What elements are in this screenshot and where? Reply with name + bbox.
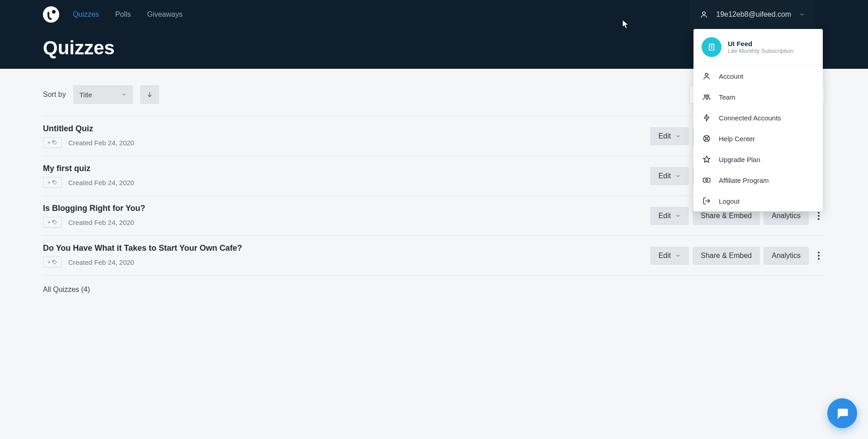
user-menu-trigger[interactable]: 19e12eb8@uifeed.com — [689, 0, 816, 29]
bolt-icon — [703, 114, 711, 122]
user-email: 19e12eb8@uifeed.com — [716, 10, 791, 19]
menu-item-help[interactable]: Help Center — [693, 128, 823, 149]
menu-item-label: Account — [719, 72, 743, 80]
tag-icon — [52, 259, 57, 265]
add-tag-button[interactable]: + — [43, 257, 62, 267]
add-tag-button[interactable]: + — [43, 137, 62, 148]
button-label: Edit — [658, 212, 671, 220]
header: Quizzes Polls Giveaways 19e12eb8@uifeed.… — [0, 0, 868, 69]
analytics-button[interactable]: Analytics — [764, 247, 809, 265]
dots-vertical-icon — [818, 212, 820, 220]
quiz-created: Created Feb 24, 2020 — [68, 258, 134, 266]
chevron-down-icon — [121, 92, 127, 97]
svg-line-12 — [704, 136, 706, 138]
chat-icon — [835, 406, 849, 420]
svg-rect-17 — [703, 178, 710, 182]
tag-icon — [52, 140, 57, 145]
tag-icon — [52, 220, 57, 225]
edit-button[interactable]: Edit — [650, 207, 689, 225]
svg-point-11 — [706, 138, 708, 140]
money-icon — [703, 176, 711, 184]
arrow-down-icon — [146, 91, 153, 98]
svg-point-32 — [818, 218, 820, 220]
menu-item-team[interactable]: Team — [693, 86, 823, 107]
svg-point-8 — [704, 95, 707, 97]
menu-item-affiliate[interactable]: Affiliate Program — [693, 170, 823, 191]
svg-point-7 — [705, 73, 708, 76]
quiz-title[interactable]: Do You Have What it Takes to Start Your … — [43, 243, 242, 253]
svg-point-2 — [703, 12, 705, 14]
button-label: Analytics — [772, 212, 801, 220]
nav-polls[interactable]: Polls — [115, 10, 131, 19]
menu-item-label: Help Center — [719, 135, 755, 143]
org-avatar — [702, 37, 722, 57]
menu-item-label: Team — [719, 93, 736, 101]
svg-point-18 — [706, 179, 708, 181]
edit-button[interactable]: Edit — [650, 167, 689, 185]
svg-point-34 — [818, 252, 820, 253]
svg-point-36 — [818, 258, 820, 260]
lifebuoy-icon — [703, 134, 711, 143]
org-name: UI Feed — [728, 40, 793, 48]
button-label: Share & Embed — [701, 252, 752, 260]
quiz-created: Created Feb 24, 2020 — [68, 179, 134, 186]
button-label: Edit — [658, 132, 671, 140]
plus-icon: + — [47, 180, 50, 185]
menu-item-connected[interactable]: Connected Accounts — [693, 107, 823, 128]
svg-point-9 — [707, 95, 709, 97]
quiz-title[interactable]: Untitled Quiz — [43, 124, 134, 134]
dots-vertical-icon — [818, 252, 820, 260]
menu-item-upgrade[interactable]: Upgrade Plan — [693, 149, 823, 170]
team-icon — [703, 93, 711, 101]
plus-icon: + — [47, 220, 50, 225]
plus-icon: + — [47, 140, 50, 145]
edit-button[interactable]: Edit — [650, 127, 689, 145]
quiz-title[interactable]: Is Blogging Right for You? — [43, 204, 145, 213]
share-button[interactable]: Share & Embed — [693, 247, 760, 265]
chevron-down-icon — [675, 173, 681, 179]
quiz-created: Created Feb 24, 2020 — [68, 139, 134, 147]
chevron-down-icon — [675, 253, 681, 258]
quiz-created: Created Feb 24, 2020 — [68, 219, 134, 226]
menu-item-label: Logout — [719, 197, 740, 205]
quiz-row: Do You Have What it Takes to Start Your … — [43, 235, 825, 275]
navbar: Quizzes Polls Giveaways 19e12eb8@uifeed.… — [0, 0, 868, 29]
button-label: Edit — [658, 252, 671, 260]
menu-item-account[interactable]: Account — [693, 66, 823, 86]
menu-item-label: Upgrade Plan — [719, 156, 760, 163]
tag-icon — [52, 180, 57, 185]
user-menu-header: UI Feed Lite Monthly Subscription — [693, 29, 823, 65]
sort-value: Title — [80, 91, 92, 99]
svg-marker-16 — [703, 156, 710, 162]
list-footer: All Quizzes (4) — [43, 275, 825, 304]
svg-line-14 — [708, 136, 709, 138]
star-icon — [703, 155, 711, 163]
add-tag-button[interactable]: + — [43, 177, 62, 188]
row-more-button[interactable] — [812, 247, 825, 265]
nav-giveaways[interactable]: Giveaways — [147, 10, 182, 19]
edit-button[interactable]: Edit — [650, 247, 689, 265]
plus-icon: + — [47, 259, 50, 265]
button-label: Share & Embed — [701, 212, 752, 220]
quiz-title[interactable]: My first quiz — [43, 164, 134, 173]
svg-point-1 — [52, 10, 56, 14]
svg-point-29 — [53, 221, 54, 222]
svg-point-21 — [53, 141, 54, 142]
svg-point-30 — [818, 212, 820, 214]
nav-quizzes[interactable]: Quizzes — [73, 10, 99, 19]
svg-point-33 — [53, 261, 54, 262]
button-label: Edit — [658, 172, 671, 180]
svg-line-15 — [704, 139, 706, 141]
sort-direction-button[interactable] — [140, 85, 159, 104]
user-icon — [700, 10, 708, 19]
chat-widget[interactable] — [827, 398, 857, 428]
sort-dropdown[interactable]: Title — [73, 85, 133, 104]
add-tag-button[interactable]: + — [43, 217, 62, 228]
org-plan: Lite Monthly Subscription — [728, 48, 793, 54]
chevron-down-icon — [675, 134, 681, 139]
sort-label: Sort by — [43, 91, 66, 99]
menu-item-logout[interactable]: Logout — [693, 191, 823, 211]
svg-point-25 — [53, 181, 54, 182]
nav-links: Quizzes Polls Giveaways — [73, 10, 183, 19]
svg-line-13 — [708, 139, 709, 141]
